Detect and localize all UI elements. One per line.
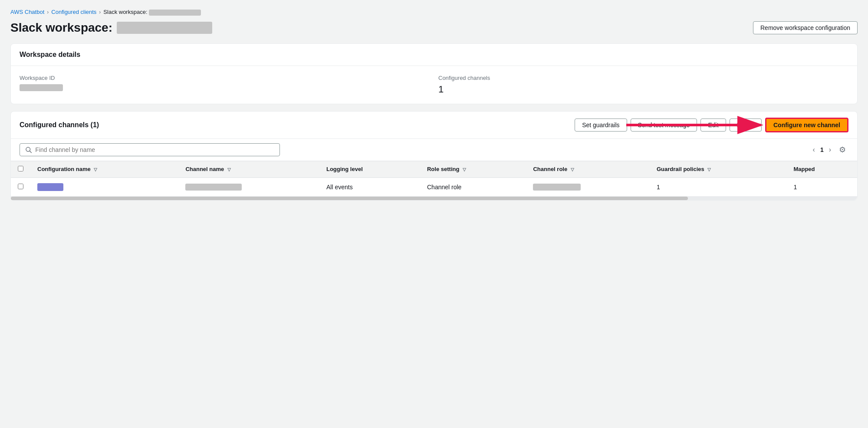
workspace-details-body: Workspace ID Configured channels 1 xyxy=(11,66,857,104)
scrollbar-track xyxy=(11,197,857,200)
configured-channels-section: Configured channels 1 xyxy=(438,75,848,95)
page-header: Slack workspace: Remove workspace config… xyxy=(10,21,858,35)
pagination-wrap: ‹ 1 › ⚙ xyxy=(810,144,848,155)
configure-btn-container: Configure new channel xyxy=(765,118,848,132)
sort-role-setting-icon: ▽ xyxy=(463,167,466,172)
table-col-mapped: Mapped xyxy=(786,161,857,178)
delete-button[interactable]: Delete xyxy=(730,119,762,132)
workspace-details-card: Workspace details Workspace ID Configure… xyxy=(10,43,858,104)
table-row-checkbox-cell xyxy=(11,178,30,197)
sort-config-name-icon: ▽ xyxy=(94,167,97,172)
table-cell-channel-name xyxy=(178,178,319,197)
configured-channels-title: Configured channels (1) xyxy=(20,121,99,129)
search-row: ‹ 1 › ⚙ xyxy=(11,139,857,161)
table-col-role-setting: Role setting ▽ xyxy=(420,161,526,178)
config-name-redacted xyxy=(37,183,63,191)
breadcrumb-aws-chatbot[interactable]: AWS Chatbot xyxy=(10,9,44,15)
sort-guardrail-icon: ▽ xyxy=(707,167,711,172)
table-cell-channel-role xyxy=(526,178,650,197)
scrollbar-thumb xyxy=(11,197,688,200)
pagination-current: 1 xyxy=(820,146,824,153)
table-settings-button[interactable]: ⚙ xyxy=(836,144,848,155)
table-cell-guardrail-policies: 1 xyxy=(650,178,786,197)
details-grid: Workspace ID Configured channels 1 xyxy=(20,75,848,95)
table-col-guardrail-policies: Guardrail policies ▽ xyxy=(650,161,786,178)
svg-line-3 xyxy=(30,151,32,152)
workspace-id-value xyxy=(20,84,430,91)
table-header-row: Configuration name ▽ Channel name ▽ Logg… xyxy=(11,161,857,178)
table-header-checkbox-cell xyxy=(11,161,30,178)
table-col-channel-name: Channel name ▽ xyxy=(178,161,319,178)
channels-table: Configuration name ▽ Channel name ▽ Logg… xyxy=(11,161,857,197)
channel-name-redacted xyxy=(185,184,242,191)
set-guardrails-button[interactable]: Set guardrails xyxy=(575,119,627,132)
search-icon xyxy=(25,146,32,153)
configured-channels-value: 1 xyxy=(438,84,848,95)
workspace-name-redacted xyxy=(117,22,212,34)
pagination-prev-button[interactable]: ‹ xyxy=(810,144,818,155)
pagination-next-button[interactable]: › xyxy=(826,144,834,155)
workspace-id-section: Workspace ID xyxy=(20,75,430,95)
configured-channels-card: Configured channels (1) Set guardrails S… xyxy=(10,111,858,201)
table-col-channel-role: Channel role ▽ xyxy=(526,161,650,178)
table-row: All events Channel role 1 1 xyxy=(11,178,857,197)
table-container: Configuration name ▽ Channel name ▽ Logg… xyxy=(11,161,857,197)
breadcrumb-workspace-id-redacted xyxy=(149,10,201,16)
table-row-checkbox[interactable] xyxy=(18,184,23,189)
sort-channel-name-icon: ▽ xyxy=(227,167,231,172)
table-cell-config-name xyxy=(30,178,178,197)
page-title: Slack workspace: xyxy=(10,21,212,35)
workspace-id-redacted xyxy=(20,84,63,91)
table-cell-logging-level: All events xyxy=(319,178,420,197)
search-input-wrapper xyxy=(20,143,280,156)
breadcrumb-configured-clients[interactable]: Configured clients xyxy=(51,9,96,15)
configure-new-channel-button[interactable]: Configure new channel xyxy=(765,118,848,132)
table-col-config-name: Configuration name ▽ xyxy=(30,161,178,178)
table-cell-role-setting: Channel role xyxy=(420,178,526,197)
channels-header-row: Configured channels (1) Set guardrails S… xyxy=(11,112,857,139)
table-cell-mapped: 1 xyxy=(786,178,857,197)
table-select-all-checkbox[interactable] xyxy=(18,166,23,171)
send-test-message-button[interactable]: Send test message xyxy=(631,119,697,132)
table-col-logging-level: Logging level xyxy=(319,161,420,178)
breadcrumb-slack-workspace: Slack workspace: xyxy=(103,9,201,16)
edit-button[interactable]: Edit xyxy=(700,119,726,132)
search-input[interactable] xyxy=(35,146,274,153)
breadcrumb-sep-2: › xyxy=(99,9,101,15)
sort-channel-role-icon: ▽ xyxy=(571,167,574,172)
channel-role-redacted xyxy=(533,184,581,191)
channels-header-buttons: Set guardrails Send test message Edit De… xyxy=(108,118,848,132)
workspace-id-label: Workspace ID xyxy=(20,75,430,81)
remove-workspace-config-button[interactable]: Remove workspace configuration xyxy=(753,21,858,34)
breadcrumb: AWS Chatbot › Configured clients › Slack… xyxy=(10,9,858,16)
workspace-details-title: Workspace details xyxy=(11,44,857,66)
breadcrumb-sep-1: › xyxy=(47,9,49,15)
configured-channels-label: Configured channels xyxy=(438,75,848,81)
